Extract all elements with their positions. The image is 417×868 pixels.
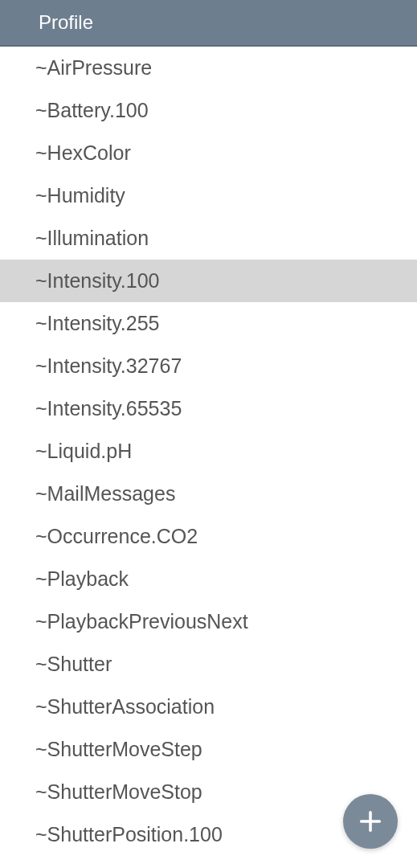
list-item[interactable]: ~Shutter: [0, 643, 417, 686]
list-item[interactable]: ~Illumination: [0, 217, 417, 260]
list-item-label: ~Playback: [35, 567, 129, 590]
list-item-label: ~Shutter: [35, 653, 112, 675]
list-item[interactable]: ~Battery.100: [0, 89, 417, 132]
list-item-label: ~Intensity.100: [35, 269, 160, 292]
list-item-label: ~ShutterAssociation: [35, 695, 215, 718]
list-item-label: ~MailMessages: [35, 482, 175, 505]
list-item[interactable]: ~ShutterMoveStep: [0, 728, 417, 771]
list-item-label: ~Humidity: [35, 184, 125, 207]
list-item[interactable]: ~Occurrence.CO2: [0, 515, 417, 558]
list-item[interactable]: ~Intensity.100: [0, 260, 417, 302]
list-item-label: ~Intensity.65535: [35, 397, 182, 420]
list-item-label: ~ShutterPosition.100: [35, 823, 223, 845]
list-item-label: ~AirPressure: [35, 56, 152, 79]
list-item[interactable]: ~AirPressure: [0, 47, 417, 89]
list-item-label: ~ShutterMoveStep: [35, 738, 202, 760]
list-item-label: ~PlaybackPreviousNext: [35, 610, 248, 633]
list-item[interactable]: ~Playback: [0, 558, 417, 600]
list-item-label: ~ShutterMoveStop: [35, 780, 202, 803]
header: Profile: [0, 0, 417, 47]
list-item[interactable]: ~HexColor: [0, 132, 417, 174]
list-item-label: ~Intensity.255: [35, 312, 160, 334]
list-item[interactable]: ~Intensity.255: [0, 302, 417, 345]
list-item[interactable]: ~MailMessages: [0, 473, 417, 515]
list-item-label: ~Intensity.32767: [35, 354, 182, 377]
list-item-label: ~Battery.100: [35, 99, 149, 121]
list-item[interactable]: ~Liquid.pH: [0, 430, 417, 473]
add-button[interactable]: [343, 794, 398, 849]
list-item[interactable]: ~ShutterAssociation: [0, 686, 417, 728]
list-item[interactable]: ~ShutterPosition.255: [0, 856, 417, 868]
list-item-label: ~Occurrence.CO2: [35, 525, 198, 547]
list-item[interactable]: ~Humidity: [0, 174, 417, 217]
profile-list: ~AirPressure~Battery.100~HexColor~Humidi…: [0, 47, 417, 868]
list-item[interactable]: ~Intensity.65535: [0, 387, 417, 430]
plus-icon: [357, 808, 384, 835]
list-item-label: ~HexColor: [35, 141, 131, 164]
header-title: Profile: [39, 11, 93, 33]
list-item[interactable]: ~PlaybackPreviousNext: [0, 600, 417, 643]
list-item[interactable]: ~Intensity.32767: [0, 345, 417, 387]
list-item-label: ~Liquid.pH: [35, 440, 132, 462]
list-item-label: ~Illumination: [35, 227, 149, 249]
